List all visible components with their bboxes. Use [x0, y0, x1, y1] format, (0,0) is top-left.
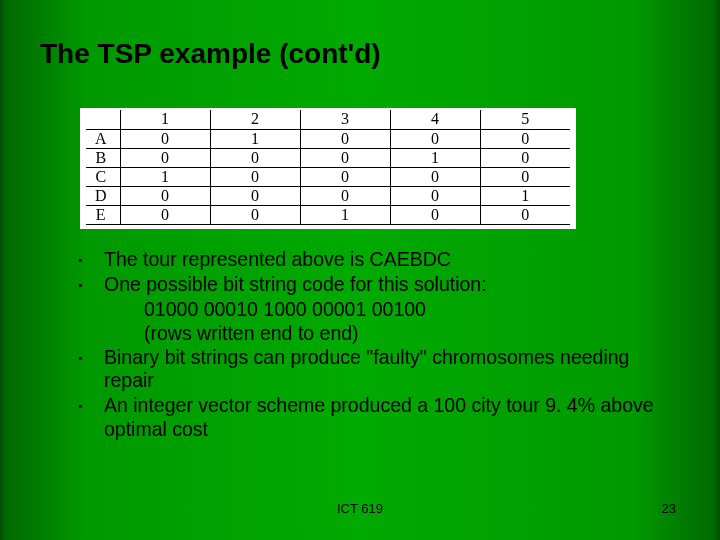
- cell: 0: [210, 167, 300, 186]
- cell: 0: [120, 148, 210, 167]
- cell: 0: [300, 167, 390, 186]
- cell: 1: [120, 167, 210, 186]
- slide-number: 23: [662, 501, 676, 516]
- table-row: C 1 0 0 0 0: [86, 167, 570, 186]
- cell: 0: [480, 205, 570, 224]
- cell: 0: [120, 129, 210, 148]
- cell: 0: [300, 186, 390, 205]
- footer-center: ICT 619: [0, 501, 720, 516]
- row-header: C: [86, 167, 120, 186]
- cell: 1: [210, 129, 300, 148]
- cell: 0: [210, 205, 300, 224]
- cell: 0: [480, 129, 570, 148]
- table-header-row: 1 2 3 4 5: [86, 110, 570, 129]
- bullet-text: An integer vector scheme produced a 100 …: [104, 394, 672, 442]
- cell: 0: [390, 129, 480, 148]
- col-header: 5: [480, 110, 570, 129]
- table-row: A 0 1 0 0 0: [86, 129, 570, 148]
- bullet-text: Binary bit strings can produce "faulty" …: [104, 346, 672, 394]
- list-item: ▪ An integer vector scheme produced a 10…: [78, 394, 672, 442]
- matrix-table: 1 2 3 4 5 A 0 1 0 0 0 B 0 0 0 1 0: [86, 110, 570, 225]
- bullet-square-icon: ▪: [78, 273, 104, 297]
- bullet-text: The tour represented above is CAEBDC: [104, 248, 672, 272]
- cell: 0: [300, 129, 390, 148]
- table-row: D 0 0 0 0 1: [86, 186, 570, 205]
- col-header: 2: [210, 110, 300, 129]
- cell: 0: [210, 186, 300, 205]
- cell: 1: [300, 205, 390, 224]
- col-header: 3: [300, 110, 390, 129]
- row-header: D: [86, 186, 120, 205]
- row-header: E: [86, 205, 120, 224]
- table-row: E 0 0 1 0 0: [86, 205, 570, 224]
- bullet-square-icon: ▪: [78, 248, 104, 272]
- bullet-list: ▪ The tour represented above is CAEBDC ▪…: [78, 248, 672, 443]
- bullet-subline: 01000 00010 1000 00001 00100: [78, 298, 672, 322]
- cell: 0: [390, 205, 480, 224]
- col-header: 4: [390, 110, 480, 129]
- cell: 1: [480, 186, 570, 205]
- slide-title: The TSP example (cont'd): [40, 38, 381, 70]
- row-header: A: [86, 129, 120, 148]
- bullet-text: One possible bit string code for this so…: [104, 273, 672, 297]
- cell: 0: [390, 186, 480, 205]
- bullet-subline: (rows written end to end): [78, 322, 672, 346]
- row-header: B: [86, 148, 120, 167]
- bullet-square-icon: ▪: [78, 346, 104, 370]
- cell: 1: [390, 148, 480, 167]
- cell: 0: [300, 148, 390, 167]
- list-item: ▪ One possible bit string code for this …: [78, 273, 672, 297]
- list-item: ▪ Binary bit strings can produce "faulty…: [78, 346, 672, 394]
- cell: 0: [390, 167, 480, 186]
- list-item: ▪ The tour represented above is CAEBDC: [78, 248, 672, 272]
- table-row: B 0 0 0 1 0: [86, 148, 570, 167]
- bullet-square-icon: ▪: [78, 394, 104, 418]
- tour-matrix-table: 1 2 3 4 5 A 0 1 0 0 0 B 0 0 0 1 0: [80, 108, 576, 229]
- col-header: 1: [120, 110, 210, 129]
- right-edge-shadow: [714, 0, 720, 540]
- cell: 0: [480, 148, 570, 167]
- left-edge-shadow: [0, 0, 6, 540]
- table-corner: [86, 110, 120, 129]
- slide: The TSP example (cont'd) 1 2 3 4 5 A 0 1…: [0, 0, 720, 540]
- cell: 0: [480, 167, 570, 186]
- cell: 0: [210, 148, 300, 167]
- cell: 0: [120, 205, 210, 224]
- cell: 0: [120, 186, 210, 205]
